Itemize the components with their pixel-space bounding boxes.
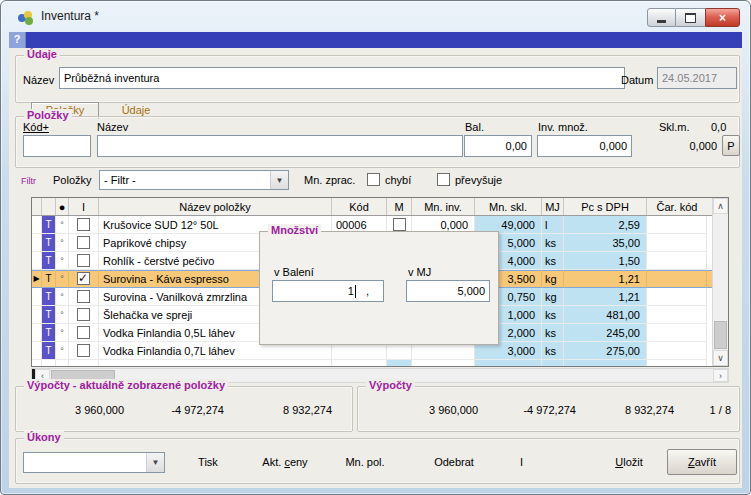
empty-cell bbox=[475, 360, 542, 366]
row-marker bbox=[32, 342, 42, 360]
help-button[interactable]: ? bbox=[9, 32, 26, 48]
row-checkbox[interactable] bbox=[77, 254, 90, 267]
header-kod[interactable]: Kód bbox=[332, 198, 387, 215]
header-m[interactable]: M bbox=[387, 198, 412, 215]
vertical-scrollbar[interactable]: ∧ ∨ bbox=[712, 198, 728, 366]
row-marker bbox=[32, 306, 42, 324]
header-type bbox=[42, 198, 56, 215]
mn-pol-button[interactable]: Mn. pol. bbox=[334, 455, 396, 469]
v-mj-value: 5,000 bbox=[457, 285, 485, 297]
window-content: Údaje Název Průběžná inventura Datum 24.… bbox=[9, 48, 742, 488]
odebrat-button[interactable]: Odebrat bbox=[421, 455, 487, 469]
row-checkbox[interactable] bbox=[77, 344, 90, 357]
type-cell: T bbox=[42, 252, 56, 270]
i-cell bbox=[69, 270, 99, 288]
minimize-button[interactable] bbox=[647, 8, 676, 27]
ukony-dropdown[interactable]: ▼ bbox=[23, 452, 165, 473]
close-button[interactable]: × bbox=[705, 8, 740, 27]
p-button[interactable]: P bbox=[722, 135, 740, 156]
total-qty: 3 960,000 bbox=[388, 404, 478, 416]
tisk-button[interactable]: Tisk bbox=[185, 455, 231, 469]
empty-cell bbox=[99, 360, 332, 366]
filter-dropdown[interactable]: - Filtr - ▼ bbox=[99, 170, 289, 190]
row-marker bbox=[32, 252, 42, 270]
bal-label: Bal. bbox=[465, 121, 484, 133]
filter-dropdown-value: - Filtr - bbox=[100, 174, 270, 186]
nazev-input[interactable]: Průběžná inventura bbox=[59, 67, 625, 89]
ukony-group-label: Úkony bbox=[24, 431, 64, 443]
chybi-checkbox[interactable] bbox=[367, 173, 380, 186]
scroll-down-icon[interactable]: ∨ bbox=[713, 350, 728, 366]
minimize-icon bbox=[657, 20, 666, 23]
row-checkbox[interactable] bbox=[77, 308, 90, 321]
bal-input[interactable]: 0,00 bbox=[464, 135, 532, 157]
sklm-info: 0,0 bbox=[711, 121, 726, 133]
datum-field: 24.05.2017 bbox=[657, 67, 737, 89]
empty-cell bbox=[332, 360, 387, 366]
flag-cell: ° bbox=[56, 234, 69, 252]
vertical-scroll-thumb[interactable] bbox=[714, 321, 727, 349]
row-marker bbox=[32, 324, 42, 342]
v-baleni-input[interactable]: 1 , bbox=[272, 280, 384, 302]
row-checkbox[interactable] bbox=[77, 272, 90, 285]
mj-cell: ks bbox=[542, 306, 564, 324]
sklm-label: Skl.m. bbox=[659, 121, 690, 133]
chevron-down-icon[interactable]: ▼ bbox=[146, 453, 164, 472]
mj-cell: ks bbox=[542, 234, 564, 252]
header-marker bbox=[32, 198, 42, 215]
kod-input[interactable] bbox=[23, 135, 91, 157]
close-icon: × bbox=[719, 11, 726, 25]
pc-cell: 2,59 bbox=[564, 216, 647, 234]
row-checkbox[interactable] bbox=[77, 326, 90, 339]
flag-cell: ° bbox=[56, 252, 69, 270]
v-mj-label: v MJ bbox=[408, 266, 431, 278]
mn-zprac-label: Mn. zprac. bbox=[304, 174, 355, 186]
m-checkbox[interactable] bbox=[393, 218, 406, 231]
row-checkbox[interactable] bbox=[77, 218, 90, 231]
i-cell bbox=[69, 234, 99, 252]
page-indicator: 1 / 8 bbox=[674, 404, 731, 416]
ulozit-button[interactable]: Uložit bbox=[601, 455, 657, 469]
inv-mnoz-label: Inv. množ. bbox=[538, 121, 588, 133]
header-mn-inv[interactable]: Mn. inv. bbox=[412, 198, 475, 215]
empty-cell bbox=[42, 360, 56, 366]
header-mn-skl[interactable]: Mn. skl. bbox=[475, 198, 542, 215]
i-button[interactable]: I bbox=[514, 455, 528, 469]
v-mj-input[interactable]: 5,000 bbox=[406, 280, 490, 302]
header-name[interactable]: Název položky bbox=[99, 198, 332, 215]
akt-ceny-button[interactable]: Akt. ceny bbox=[249, 455, 321, 469]
pc-cell: 481,00 bbox=[564, 306, 647, 324]
flag-cell: ° bbox=[56, 324, 69, 342]
total-diff: -4 972,274 bbox=[478, 404, 576, 416]
empty-cell bbox=[412, 360, 475, 366]
maximize-button[interactable] bbox=[676, 8, 705, 27]
header-mj[interactable]: MJ bbox=[542, 198, 564, 215]
vypocty-label: Výpočty bbox=[366, 379, 415, 391]
header-i[interactable]: I bbox=[69, 198, 99, 215]
header-car-kod[interactable]: Čar. kód bbox=[647, 198, 707, 215]
pc-cell: 35,00 bbox=[564, 234, 647, 252]
empty-cell bbox=[564, 360, 647, 366]
zavrit-button[interactable]: Zavřít bbox=[667, 449, 737, 475]
polozky-nazev-input[interactable] bbox=[97, 135, 463, 157]
header-pc[interactable]: Pc s DPH bbox=[564, 198, 647, 215]
car-kod-cell bbox=[647, 252, 707, 270]
chevron-down-icon[interactable]: ▼ bbox=[270, 171, 288, 189]
v-baleni-decimal: , bbox=[366, 285, 369, 297]
filter-polozky-label: Položky bbox=[53, 174, 92, 186]
mj-cell: kg bbox=[542, 270, 564, 288]
prevysuje-checkbox[interactable] bbox=[437, 173, 450, 186]
tab-udaje[interactable]: Údaje bbox=[113, 104, 159, 116]
vypocty-filtered-group: Výpočty - aktuálně zobrazené položky 3 9… bbox=[15, 386, 353, 432]
flag-cell: ° bbox=[56, 306, 69, 324]
scroll-up-icon[interactable]: ∧ bbox=[713, 198, 728, 214]
flag-cell: ° bbox=[56, 216, 69, 234]
vypocty-group: Výpočty 3 960,000 -4 972,274 8 932,274 1… bbox=[357, 386, 740, 432]
prevysuje-label: převyšuje bbox=[455, 174, 502, 186]
scroll-right-icon[interactable]: › bbox=[713, 369, 728, 382]
row-marker bbox=[32, 216, 42, 234]
row-checkbox[interactable] bbox=[77, 236, 90, 249]
total-diff: -4 972,274 bbox=[124, 404, 224, 416]
row-checkbox[interactable] bbox=[77, 290, 90, 303]
mj-cell: l bbox=[542, 216, 564, 234]
